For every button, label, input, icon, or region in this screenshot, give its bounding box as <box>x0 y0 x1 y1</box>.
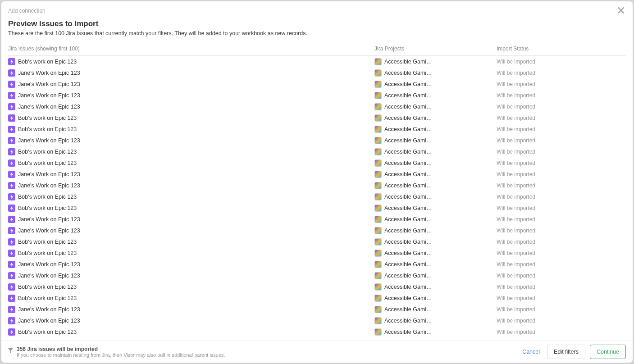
cell-issue: Jane's Work on Epic 123 <box>8 69 374 77</box>
table-row[interactable]: Jane's Work on Epic 123Accessible Gami…W… <box>8 101 626 112</box>
cell-status: Will be imported <box>497 228 626 234</box>
table-row[interactable]: Bob's work on Epic 123Accessible Gami…Wi… <box>8 326 626 337</box>
cell-status: Will be imported <box>497 137 626 144</box>
table-body[interactable]: Bob's work on Epic 123Accessible Gami…Wi… <box>8 56 626 341</box>
table-row[interactable]: Bob's work on Epic 123Accessible Gami…Wi… <box>8 191 626 202</box>
issue-title: Jane's Work on Epic 123 <box>18 92 80 99</box>
table-row[interactable]: Jane's Work on Epic 123Accessible Gami…W… <box>8 180 626 191</box>
continue-button[interactable]: Continue <box>590 345 626 359</box>
table-row[interactable]: Jane's Work on Epic 123Accessible Gami…W… <box>8 225 626 236</box>
cell-issue: Bob's work on Epic 123 <box>8 193 374 200</box>
table-row[interactable]: Jane's Work on Epic 123Accessible Gami…W… <box>8 304 626 315</box>
table-row[interactable]: Bob's work on Epic 123Accessible Gami…Wi… <box>8 56 626 67</box>
epic-icon <box>8 114 15 122</box>
cell-project: Accessible Gami… <box>374 159 497 167</box>
project-name: Accessible Gami… <box>384 115 432 121</box>
table-row[interactable]: Bob's work on Epic 123Accessible Gami…Wi… <box>8 202 626 214</box>
project-icon <box>374 250 382 257</box>
cell-issue: Bob's work on Epic 123 <box>8 238 374 246</box>
cell-project: Accessible Gami… <box>374 58 497 65</box>
import-status: Will be imported <box>497 171 535 177</box>
table-row[interactable]: Bob's work on Epic 123Accessible Gami…Wi… <box>8 292 626 304</box>
edit-filters-button[interactable]: Edit filters <box>547 345 585 359</box>
project-name: Accessible Gami… <box>384 205 432 211</box>
project-name: Accessible Gami… <box>384 261 432 268</box>
table-row[interactable]: Bob's work on Epic 123Accessible Gami…Wi… <box>8 146 626 157</box>
epic-icon <box>8 126 15 133</box>
cell-project: Accessible Gami… <box>374 250 497 257</box>
import-status: Will be imported <box>497 81 535 87</box>
cell-issue: Jane's Work on Epic 123 <box>8 81 374 88</box>
project-icon <box>374 137 382 144</box>
close-button[interactable] <box>616 5 626 17</box>
table-row[interactable]: Jane's Work on Epic 123Accessible Gami…W… <box>8 214 626 225</box>
cell-status: Will be imported <box>497 92 626 99</box>
import-status: Will be imported <box>497 194 535 200</box>
cancel-button[interactable]: Cancel <box>520 345 543 359</box>
cell-status: Will be imported <box>497 329 626 335</box>
project-icon <box>374 261 382 268</box>
cell-issue: Jane's Work on Epic 123 <box>8 171 374 178</box>
table-row[interactable]: Jane's Work on Epic 123Accessible Gami…W… <box>8 315 626 326</box>
cell-issue: Bob's work on Epic 123 <box>8 126 374 133</box>
table-row[interactable]: Bob's work on Epic 123Accessible Gami…Wi… <box>8 281 626 292</box>
cell-project: Accessible Gami… <box>374 193 497 200</box>
table-row[interactable]: Jane's Work on Epic 123Accessible Gami…W… <box>8 67 626 78</box>
table-row[interactable]: Jane's Work on Epic 123Accessible Gami…W… <box>8 135 626 146</box>
cell-issue: Bob's work on Epic 123 <box>8 295 374 302</box>
table-row[interactable]: Jane's Work on Epic 123Accessible Gami…W… <box>8 90 626 101</box>
issue-title: Jane's Work on Epic 123 <box>18 81 80 87</box>
table-row[interactable]: Jane's Work on Epic 123Accessible Gami…W… <box>8 259 626 270</box>
issue-title: Jane's Work on Epic 123 <box>18 261 80 268</box>
cell-status: Will be imported <box>497 171 626 177</box>
cell-issue: Jane's Work on Epic 123 <box>8 261 374 268</box>
project-name: Accessible Gami… <box>384 59 432 65</box>
cell-project: Accessible Gami… <box>374 238 497 246</box>
project-icon <box>374 171 382 178</box>
project-name: Accessible Gami… <box>384 284 432 290</box>
issue-title: Jane's Work on Epic 123 <box>18 137 80 144</box>
cell-project: Accessible Gami… <box>374 137 497 144</box>
epic-icon <box>8 216 15 223</box>
import-status: Will be imported <box>497 126 535 132</box>
cell-issue: Jane's Work on Epic 123 <box>8 92 374 99</box>
table-row[interactable]: Bob's work on Epic 123Accessible Gami…Wi… <box>8 112 626 123</box>
issue-title: Bob's work on Epic 123 <box>18 59 77 65</box>
project-icon <box>374 238 382 246</box>
issue-title: Jane's Work on Epic 123 <box>18 306 80 313</box>
import-status: Will be imported <box>497 239 535 245</box>
table-row[interactable]: Jane's Work on Epic 123Accessible Gami…W… <box>8 270 626 281</box>
table-row[interactable]: Bob's work on Epic 123Accessible Gami…Wi… <box>8 157 626 168</box>
table-row[interactable]: Bob's work on Epic 123Accessible Gami…Wi… <box>8 236 626 247</box>
import-preview-modal: Add connection Preview Issues to Import … <box>1 1 633 363</box>
project-icon <box>374 193 382 200</box>
issue-title: Bob's work on Epic 123 <box>18 239 77 245</box>
project-icon <box>374 182 382 189</box>
epic-icon <box>8 328 15 336</box>
project-icon <box>374 306 382 313</box>
issue-title: Jane's Work on Epic 123 <box>18 273 80 279</box>
cell-issue: Bob's work on Epic 123 <box>8 148 374 155</box>
epic-icon <box>8 171 15 178</box>
project-name: Accessible Gami… <box>384 306 432 313</box>
cell-issue: Jane's Work on Epic 123 <box>8 272 374 279</box>
table-row[interactable]: Bob's work on Epic 123Accessible Gami…Wi… <box>8 247 626 259</box>
project-name: Accessible Gami… <box>384 329 432 335</box>
modal-subtitle: These are the first 100 Jira Issues that… <box>8 30 626 36</box>
import-status: Will be imported <box>497 318 535 324</box>
project-icon <box>374 272 382 279</box>
project-name: Accessible Gami… <box>384 126 432 132</box>
epic-icon <box>8 295 15 302</box>
import-status: Will be imported <box>497 228 535 234</box>
cell-issue: Bob's work on Epic 123 <box>8 250 374 257</box>
issue-title: Jane's Work on Epic 123 <box>18 104 80 110</box>
cell-status: Will be imported <box>497 59 626 65</box>
close-icon <box>618 7 624 15</box>
table-row[interactable]: Jane's Work on Epic 123Accessible Gami…W… <box>8 168 626 180</box>
project-name: Accessible Gami… <box>384 182 432 189</box>
table-row[interactable]: Jane's Work on Epic 123Accessible Gami…W… <box>8 78 626 90</box>
project-icon <box>374 328 382 336</box>
cell-status: Will be imported <box>497 70 626 76</box>
cell-project: Accessible Gami… <box>374 205 497 212</box>
table-row[interactable]: Bob's work on Epic 123Accessible Gami…Wi… <box>8 123 626 135</box>
